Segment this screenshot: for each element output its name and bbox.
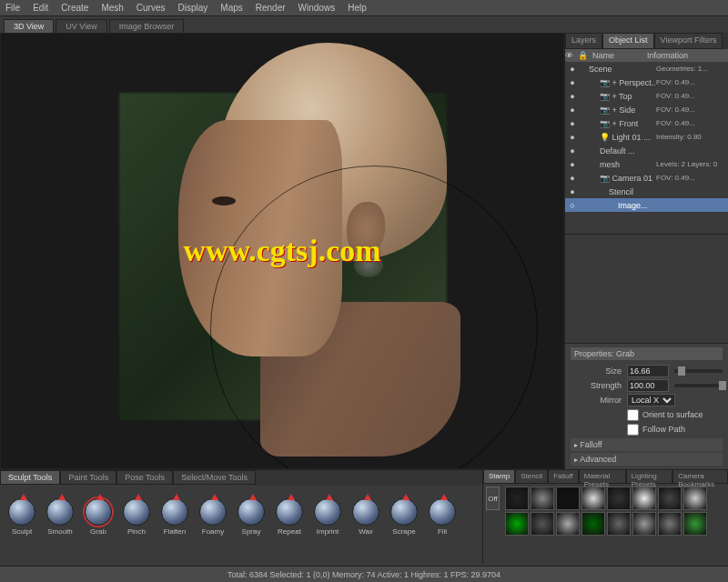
size-input[interactable] <box>627 365 669 377</box>
tool-scrape[interactable]: Scrape <box>386 498 422 536</box>
visibility-toggle[interactable]: ● <box>567 119 578 128</box>
tool-grab[interactable]: Grab <box>80 498 116 536</box>
tool-fill[interactable]: Fill <box>424 498 460 536</box>
tool-pinch[interactable]: Pinch <box>118 498 155 536</box>
size-slider[interactable] <box>674 369 723 373</box>
visibility-toggle[interactable]: ● <box>567 187 578 196</box>
stamp-swatch[interactable] <box>556 487 580 510</box>
tab-uv-view[interactable]: UV View <box>56 19 106 33</box>
menu-help[interactable]: Help <box>348 3 367 13</box>
stamp-swatch[interactable] <box>531 487 554 510</box>
visibility-toggle[interactable]: ● <box>567 105 578 115</box>
stamp-swatch[interactable] <box>683 487 707 510</box>
followpath-checkbox[interactable] <box>627 424 639 436</box>
stamp-swatch[interactable] <box>632 487 656 510</box>
section-falloff[interactable]: Falloff <box>571 438 723 451</box>
visibility-toggle[interactable]: ● <box>567 174 578 183</box>
tab-material-presets[interactable]: Material Presets <box>579 469 626 484</box>
section-advanced[interactable]: Advanced <box>571 453 723 466</box>
smudge-mark <box>354 252 383 277</box>
object-row[interactable]: ●SceneGeometries: 1... <box>565 62 728 75</box>
stamp-swatch[interactable] <box>683 512 707 536</box>
tab-sculpt-tools[interactable]: Sculpt Tools <box>0 470 60 485</box>
object-row[interactable]: ●📷 + FrontFOV: 0.49... <box>565 116 728 130</box>
stamp-swatch[interactable] <box>531 512 554 536</box>
object-row[interactable]: ●📷 Camera 01FOV: 0.49... <box>565 171 728 185</box>
visibility-toggle[interactable]: ○ <box>567 201 578 210</box>
menu-mesh[interactable]: Mesh <box>101 3 123 13</box>
strength-input[interactable] <box>627 379 669 392</box>
strength-slider[interactable] <box>674 384 723 387</box>
object-row[interactable]: ●meshLevels: 2 Layers: 0 <box>565 157 728 171</box>
tab-camera-bookmarks[interactable]: Camera Bookmarks <box>672 469 728 484</box>
tab-viewport-filters[interactable]: Viewport Filters <box>654 33 723 49</box>
object-row[interactable]: ●Default ... <box>565 144 728 157</box>
right-panel: Layers Object List Viewport Filters 👁 🔒 … <box>564 33 728 469</box>
stamp-swatch[interactable] <box>632 512 656 536</box>
tool-repeat[interactable]: Repeat <box>271 498 308 536</box>
tool-imprint[interactable]: Imprint <box>309 498 346 536</box>
tab-3d-view[interactable]: 3D View <box>4 19 54 33</box>
tab-layers[interactable]: Layers <box>565 33 602 49</box>
stamp-off-button[interactable]: Off <box>486 487 500 510</box>
tab-image-browser[interactable]: Image Browser <box>109 19 185 33</box>
tab-falloff[interactable]: Falloff <box>548 469 579 484</box>
object-row[interactable]: ●Stencil <box>565 185 728 198</box>
visibility-toggle[interactable]: ● <box>567 92 578 101</box>
tool-flatten[interactable]: Flatten <box>157 498 193 536</box>
tab-object-list[interactable]: Object List <box>602 33 654 49</box>
tool-label: Grab <box>90 527 106 536</box>
properties-title: Properties: Grab <box>571 347 723 360</box>
stamp-swatch[interactable] <box>505 512 529 536</box>
orient-checkbox[interactable] <box>627 409 639 421</box>
stamp-swatch[interactable] <box>607 487 631 510</box>
col-vis-icon[interactable]: 👁 <box>565 51 578 60</box>
tab-stencil[interactable]: Stencil <box>515 469 548 484</box>
visibility-toggle[interactable]: ● <box>567 160 578 169</box>
tab-select-move-tools[interactable]: Select/Move Tools <box>173 470 256 485</box>
tool-foamy[interactable]: Foamy <box>195 498 231 536</box>
menu-edit[interactable]: Edit <box>33 3 48 13</box>
tab-stamp[interactable]: Stamp <box>483 469 515 484</box>
tool-sculpt[interactable]: Sculpt <box>4 498 40 536</box>
col-name[interactable]: Name <box>591 51 645 60</box>
tool-icon <box>123 498 150 526</box>
col-info[interactable]: Information <box>645 51 728 60</box>
menu-render[interactable]: Render <box>256 3 286 13</box>
stamp-swatch[interactable] <box>658 512 682 536</box>
stamp-swatch[interactable] <box>505 487 529 510</box>
object-name: Image... <box>589 201 656 210</box>
menu-create[interactable]: Create <box>61 3 88 13</box>
menu-curves[interactable]: Curves <box>136 3 166 13</box>
tool-spray[interactable]: Spray <box>233 498 269 536</box>
tool-wax[interactable]: Wax <box>348 498 384 536</box>
object-row[interactable]: ●📷 + TopFOV: 0.49... <box>565 89 728 103</box>
stamp-swatch[interactable] <box>658 487 682 510</box>
visibility-toggle[interactable]: ● <box>567 78 578 87</box>
visibility-toggle[interactable]: ● <box>567 133 578 142</box>
mirror-select[interactable]: Local X <box>627 394 675 406</box>
object-row[interactable]: ●📷 + Perspect...FOV: 0.49... <box>565 75 728 89</box>
menu-file[interactable]: File <box>5 3 20 13</box>
tab-lighting-presets[interactable]: Lighting Presets <box>626 469 673 484</box>
object-list[interactable]: ●SceneGeometries: 1...●📷 + Perspect...FO… <box>565 62 728 235</box>
visibility-toggle[interactable]: ● <box>567 65 578 74</box>
panel-spacer <box>565 235 728 343</box>
object-row[interactable]: ●💡 Light 01 ...Intensity: 0.80 <box>565 130 728 144</box>
tab-paint-tools[interactable]: Paint Tools <box>60 470 116 485</box>
menu-display[interactable]: Display <box>178 3 208 13</box>
tool-smooth[interactable]: Smooth <box>42 498 78 536</box>
stamp-swatch[interactable] <box>556 512 580 536</box>
stamp-swatch[interactable] <box>581 512 605 536</box>
object-row[interactable]: ○Image... <box>565 198 728 212</box>
stamp-swatch[interactable] <box>607 512 631 536</box>
col-lock-icon[interactable]: 🔒 <box>578 51 591 60</box>
object-row[interactable]: ●📷 + SideFOV: 0.49... <box>565 103 728 116</box>
viewport-3d[interactable]: www.cgtsj.com <box>0 33 564 469</box>
tab-pose-tools[interactable]: Pose Tools <box>116 470 173 485</box>
tool-icon <box>314 498 341 526</box>
stamp-swatch[interactable] <box>581 487 605 510</box>
visibility-toggle[interactable]: ● <box>567 146 578 156</box>
menu-windows[interactable]: Windows <box>298 3 336 13</box>
menu-maps[interactable]: Maps <box>220 3 242 13</box>
